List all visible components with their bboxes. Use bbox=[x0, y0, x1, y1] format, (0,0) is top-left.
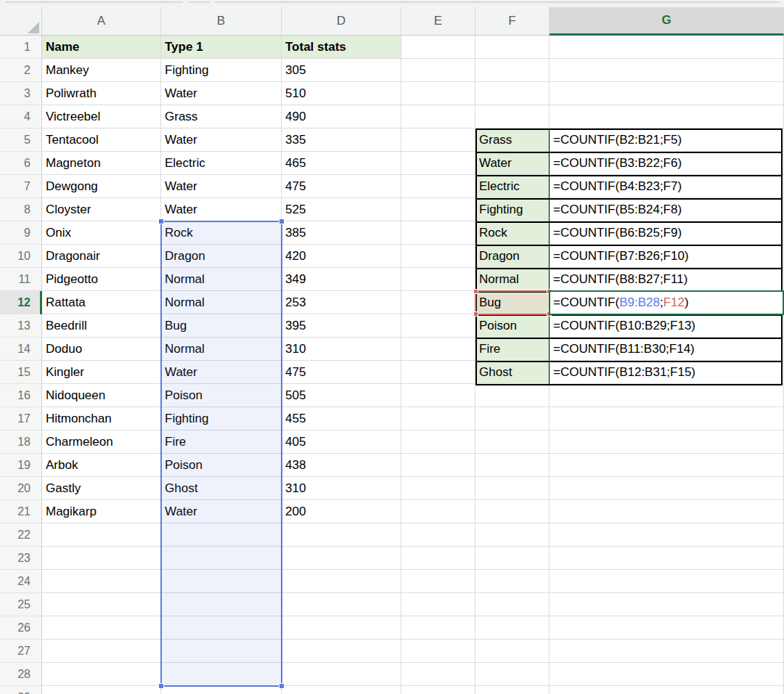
cell-A21[interactable]: Magikarp bbox=[42, 500, 161, 523]
cell-D7[interactable]: 475 bbox=[282, 175, 401, 198]
cell-A2[interactable]: Mankey bbox=[42, 59, 161, 82]
cell-A10[interactable]: Dragonair bbox=[42, 245, 161, 268]
range-handle-bottom-left[interactable] bbox=[473, 311, 478, 317]
row-header-25[interactable]: 25 bbox=[0, 593, 42, 616]
row-header-29[interactable]: 29 bbox=[0, 686, 42, 694]
cell-D2[interactable]: 305 bbox=[282, 59, 401, 82]
cell-D21[interactable]: 200 bbox=[282, 500, 401, 523]
cell-D24[interactable] bbox=[282, 570, 401, 593]
cell-F19[interactable] bbox=[475, 454, 550, 477]
cell-F28[interactable] bbox=[475, 663, 550, 686]
cell-G5[interactable]: =COUNTIF(B2:B21;F5) bbox=[550, 128, 784, 152]
cell-F10[interactable]: Dragon bbox=[475, 245, 550, 268]
cell-A9[interactable]: Onix bbox=[42, 221, 161, 245]
cell-F4[interactable] bbox=[475, 105, 550, 128]
cell-A16[interactable]: Nidoqueen bbox=[42, 384, 161, 407]
cell-E14[interactable] bbox=[401, 338, 475, 361]
cell-A29[interactable] bbox=[42, 686, 161, 694]
cell-A3[interactable]: Poliwrath bbox=[42, 82, 161, 105]
cell-E7[interactable] bbox=[401, 175, 475, 198]
cell-B7[interactable]: Water bbox=[161, 175, 282, 198]
row-header-24[interactable]: 24 bbox=[0, 570, 42, 593]
cell-D10[interactable]: 420 bbox=[282, 245, 401, 268]
cell-D5[interactable]: 335 bbox=[282, 128, 401, 152]
row-header-19[interactable]: 19 bbox=[0, 454, 42, 477]
row-header-1[interactable]: 1 bbox=[0, 36, 42, 59]
cell-F13[interactable]: Poison bbox=[475, 314, 550, 338]
reference-range-F12[interactable] bbox=[475, 290, 550, 315]
cell-F2[interactable] bbox=[475, 59, 550, 82]
row-header-28[interactable]: 28 bbox=[0, 663, 42, 686]
cell-F21[interactable] bbox=[475, 500, 550, 523]
cell-D29[interactable] bbox=[282, 686, 401, 694]
cell-E20[interactable] bbox=[401, 477, 475, 500]
cell-G3[interactable] bbox=[550, 82, 784, 105]
cell-F26[interactable] bbox=[475, 616, 550, 640]
cell-F11[interactable]: Normal bbox=[475, 268, 550, 291]
cell-A27[interactable] bbox=[42, 640, 161, 663]
row-header-14[interactable]: 14 bbox=[0, 338, 42, 361]
cell-G7[interactable]: =COUNTIF(B4:B23;F7) bbox=[550, 175, 784, 198]
cell-E3[interactable] bbox=[401, 82, 475, 105]
cell-D17[interactable]: 455 bbox=[282, 407, 401, 430]
cell-F5[interactable]: Grass bbox=[475, 128, 550, 152]
cell-G1[interactable] bbox=[550, 36, 784, 59]
cell-G28[interactable] bbox=[550, 663, 784, 686]
row-header-17[interactable]: 17 bbox=[0, 407, 42, 430]
range-handle-top-right[interactable] bbox=[279, 219, 285, 224]
cell-D9[interactable]: 385 bbox=[282, 221, 401, 245]
range-handle-bottom-left[interactable] bbox=[158, 683, 164, 689]
cell-E16[interactable] bbox=[401, 384, 475, 407]
row-header-16[interactable]: 16 bbox=[0, 384, 42, 407]
cell-G13[interactable]: =COUNTIF(B10:B29;F13) bbox=[550, 314, 784, 338]
cell-A24[interactable] bbox=[42, 570, 161, 593]
row-header-7[interactable]: 7 bbox=[0, 175, 42, 198]
cell-E8[interactable] bbox=[401, 198, 475, 221]
cell-E12[interactable] bbox=[401, 291, 475, 314]
cell-F1[interactable] bbox=[475, 36, 550, 59]
row-header-20[interactable]: 20 bbox=[0, 477, 42, 500]
cell-B6[interactable]: Electric bbox=[161, 152, 282, 175]
cell-G6[interactable]: =COUNTIF(B3:B22;F6) bbox=[550, 152, 784, 175]
row-header-10[interactable]: 10 bbox=[0, 245, 42, 268]
cell-B3[interactable]: Water bbox=[161, 82, 282, 105]
column-header-E[interactable]: E bbox=[401, 7, 475, 35]
cell-G21[interactable] bbox=[550, 500, 784, 523]
cell-B2[interactable]: Fighting bbox=[161, 59, 282, 82]
cell-A7[interactable]: Dewgong bbox=[42, 175, 161, 198]
cell-G18[interactable] bbox=[550, 430, 784, 454]
cell-E27[interactable] bbox=[401, 640, 475, 663]
cell-E17[interactable] bbox=[401, 407, 475, 430]
cell-F7[interactable]: Electric bbox=[475, 175, 550, 198]
cell-D26[interactable] bbox=[282, 616, 401, 640]
row-header-9[interactable]: 9 bbox=[0, 221, 42, 245]
column-header-G[interactable]: G bbox=[550, 7, 784, 36]
cell-E5[interactable] bbox=[401, 128, 475, 152]
cell-E26[interactable] bbox=[401, 616, 475, 640]
cell-B8[interactable]: Water bbox=[161, 198, 282, 221]
cell-A11[interactable]: Pidgeotto bbox=[42, 268, 161, 291]
cell-D19[interactable]: 438 bbox=[282, 454, 401, 477]
cell-G29[interactable] bbox=[550, 686, 784, 694]
cell-A14[interactable]: Doduo bbox=[42, 338, 161, 361]
cell-D12[interactable]: 253 bbox=[282, 291, 401, 314]
range-handle-top-left[interactable] bbox=[473, 289, 478, 294]
cell-D23[interactable] bbox=[282, 547, 401, 570]
range-handle-top-left[interactable] bbox=[158, 219, 164, 224]
row-header-22[interactable]: 22 bbox=[0, 523, 42, 547]
cell-F29[interactable] bbox=[475, 686, 550, 694]
cell-B29[interactable] bbox=[161, 686, 282, 694]
cell-G14[interactable]: =COUNTIF(B11:B30;F14) bbox=[550, 338, 784, 361]
row-header-3[interactable]: 3 bbox=[0, 82, 42, 105]
cell-F18[interactable] bbox=[475, 430, 550, 454]
row-header-5[interactable]: 5 bbox=[0, 128, 42, 152]
cell-G27[interactable] bbox=[550, 640, 784, 663]
cell-B4[interactable]: Grass bbox=[161, 105, 282, 128]
cell-F8[interactable]: Fighting bbox=[475, 198, 550, 221]
cell-G16[interactable] bbox=[550, 384, 784, 407]
cell-E24[interactable] bbox=[401, 570, 475, 593]
row-header-18[interactable]: 18 bbox=[0, 430, 42, 454]
cell-E11[interactable] bbox=[401, 268, 475, 291]
row-header-11[interactable]: 11 bbox=[0, 268, 42, 291]
cell-E25[interactable] bbox=[401, 593, 475, 616]
